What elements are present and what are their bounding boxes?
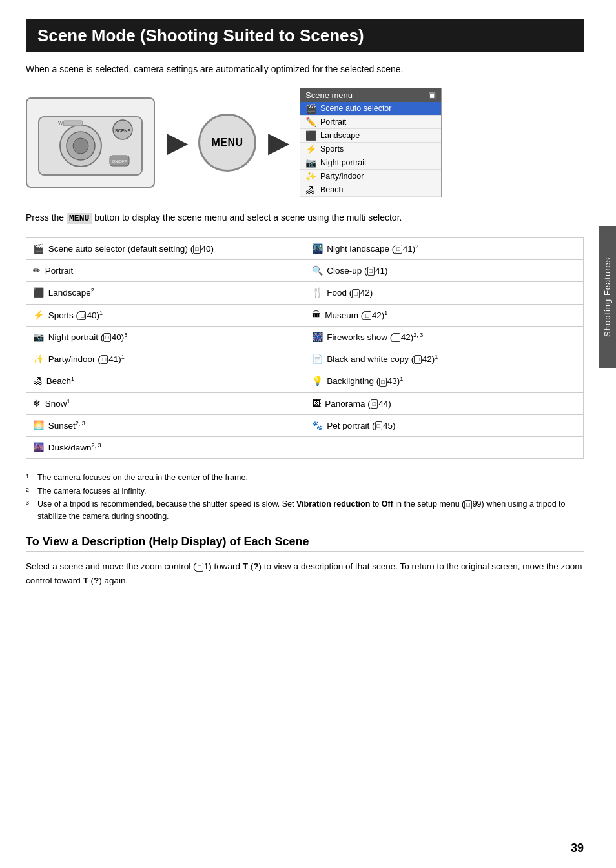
sidebar-label: Shooting Features [599,226,616,368]
scene-label-0: Scene auto selector [320,104,392,113]
icon-sports: ⚡ [33,310,44,320]
scene-menu-item-5[interactable]: ✨ Party/indoor [300,170,441,183]
scene-menu-title: Scene menu ▣ [300,88,441,102]
icon-pet-portrait: 🐾 [312,420,323,430]
scene-menu-item-0[interactable]: 🎬 Scene auto selector [300,102,441,116]
svg-point-3 [73,138,88,154]
svg-text:W: W [58,120,63,126]
table-cell-left-5: ✨ Party/indoor (□41)1 [26,348,305,370]
icon-party: ✨ [33,354,44,364]
table-cell-left-1: ✏ Portrait [26,260,305,282]
scene-icon-1: ✏️ [305,117,317,127]
footnote-2: 2 The camera focuses at infinity. [26,485,584,498]
help-section-heading: To View a Description (Help Display) of … [26,535,584,552]
scene-label-2: Landscape [320,131,360,140]
icon-panorama: 🖼 [312,398,321,409]
table-row: ❄ Snow1 🖼 Panorama (□44) [26,392,584,414]
table-cell-right-4: 🎆 Fireworks show (□42)2, 3 [305,326,584,348]
scene-label-3: Sports [320,145,344,154]
table-cell-left-3: ⚡ Sports (□40)1 [26,304,305,326]
scene-icon-4: 📷 [305,157,317,168]
icon-sunset: 🌅 [33,420,44,430]
icon-portrait: ✏ [33,265,41,276]
table-row: 🏖 Beach1 💡 Backlighting (□43)1 [26,370,584,392]
scene-menu-item-2[interactable]: ⬛ Landscape [300,129,441,143]
diagram-section: SCENE ON/OFF W ▶ MENU ▶ Scene menu ▣ 🎬 S… [26,88,584,197]
table-cell-right-8: 🐾 Pet portrait (□45) [305,414,584,436]
table-cell-left-8: 🌅 Sunset2, 3 [26,414,305,436]
table-cell-left-4: 📷 Night portrait (□40)3 [26,326,305,348]
features-table: 🎬 Scene auto selector (default setting) … [26,237,584,459]
footnote-1: 1 The camera focuses on the area in the … [26,472,584,485]
table-cell-left-0: 🎬 Scene auto selector (default setting) … [26,237,305,259]
arrow-right: ▶ [167,128,187,157]
page-number: 39 [571,842,584,855]
scene-icon-0: 🎬 [305,103,317,114]
icon-bw-copy: 📄 [312,354,323,364]
scene-menu-item-4[interactable]: 📷 Night portrait [300,156,441,170]
table-cell-left-2: ⬛ Landscape2 [26,282,305,304]
press-text: Press the MENU button to display the sce… [26,210,584,226]
svg-text:SCENE: SCENE [115,128,130,133]
table-row: 🎬 Scene auto selector (default setting) … [26,237,584,259]
icon-backlighting: 💡 [312,376,323,386]
scene-menu-item-3[interactable]: ⚡ Sports [300,143,441,156]
table-cell-right-0: 🌃 Night landscape (□41)2 [305,237,584,259]
scene-icon-2: ⬛ [305,130,317,141]
table-row: ✏ Portrait 🔍 Close-up (□41) [26,260,584,282]
camera-diagram: SCENE ON/OFF W [26,97,155,188]
icon-night-landscape: 🌃 [312,243,323,254]
table-row: 📷 Night portrait (□40)3 🎆 Fireworks show… [26,326,584,348]
help-section-body: Select a scene and move the zoom control… [26,560,584,587]
footnote-3: 3 Use of a tripod is recommended, becaus… [26,498,584,523]
scene-label-6: Beach [320,185,343,194]
table-cell-right-9 [305,437,584,459]
table-cell-right-7: 🖼 Panorama (□44) [305,392,584,414]
svg-text:ON/OFF: ON/OFF [112,159,127,163]
icon-night-portrait: 📷 [33,332,44,342]
icon-snow: ❄ [33,398,41,409]
icon-fireworks: 🎆 [312,332,323,342]
table-row: ✨ Party/indoor (□41)1 📄 Black and white … [26,348,584,370]
arrow-right-2: ▶ [268,128,288,157]
table-cell-right-1: 🔍 Close-up (□41) [305,260,584,282]
scene-menu-item-6[interactable]: 🏖 Beach [300,183,441,197]
table-row: ⬛ Landscape2 🍴 Food (□42) [26,282,584,304]
scene-label-4: Night portrait [320,158,367,167]
table-row: ⚡ Sports (□40)1 🏛 Museum (□42)1 [26,304,584,326]
camera-svg: SCENE ON/OFF W [32,104,149,181]
table-cell-right-3: 🏛 Museum (□42)1 [305,304,584,326]
menu-button-label: MENU [211,137,243,148]
menu-bold-label: MENU [67,213,92,224]
table-cell-right-5: 📄 Black and white copy (□42)1 [305,348,584,370]
svg-rect-9 [63,121,83,126]
table-cell-right-2: 🍴 Food (□42) [305,282,584,304]
scene-icon-3: ⚡ [305,144,317,154]
table-row: 🌅 Sunset2, 3 🐾 Pet portrait (□45) [26,414,584,436]
icon-museum: 🏛 [312,310,321,320]
icon-landscape: ⬛ [33,287,44,298]
table-cell-left-6: 🏖 Beach1 [26,370,305,392]
scene-label-5: Party/indoor [320,172,364,181]
table-cell-right-6: 💡 Backlighting (□43)1 [305,370,584,392]
table-cell-left-7: ❄ Snow1 [26,392,305,414]
icon-dusk-dawn: 🌆 [33,442,44,452]
page-title: Scene Mode (Shooting Suited to Scenes) [26,19,584,52]
footnotes: 1 The camera focuses on the area in the … [26,472,584,522]
scene-menu-item-1[interactable]: ✏️ Portrait [300,116,441,129]
scene-label-1: Portrait [320,117,346,126]
scene-menu-box: Scene menu ▣ 🎬 Scene auto selector ✏️ Po… [300,88,442,197]
icon-scene-auto: 🎬 [33,243,44,254]
intro-text: When a scene is selected, camera setting… [26,63,584,76]
menu-button-diagram: MENU [198,114,256,172]
help-section: To View a Description (Help Display) of … [26,535,584,587]
scene-icon-5: ✨ [305,171,317,181]
icon-closeup: 🔍 [312,265,323,276]
icon-beach: 🏖 [33,376,42,386]
scene-icon-6: 🏖 [305,185,317,195]
table-row: 🌆 Dusk/dawn2, 3 [26,437,584,459]
icon-food: 🍴 [312,287,323,298]
table-cell-left-9: 🌆 Dusk/dawn2, 3 [26,437,305,459]
